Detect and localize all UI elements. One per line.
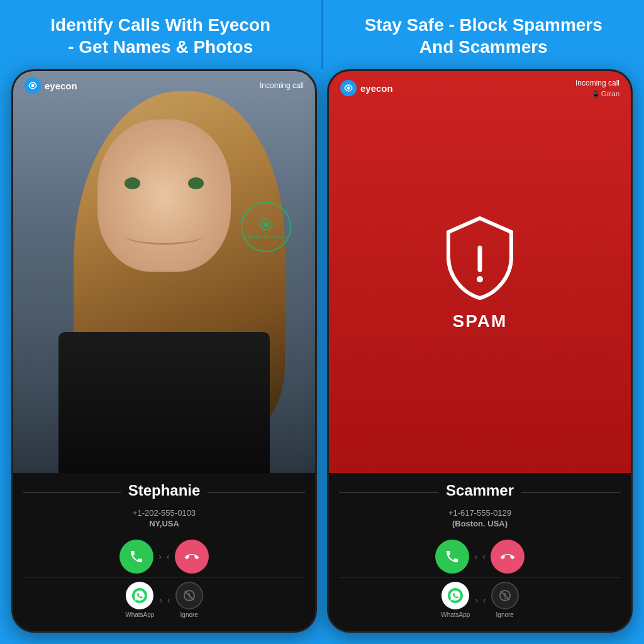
right-caller-name: Scammer [446,482,514,499]
svg-point-1 [264,222,269,227]
woman-body [58,332,270,473]
right-headline: Stay Safe - Block Spammers And Scammers [342,14,626,58]
main-content: eyecon Incoming call [0,69,644,644]
left-app-buttons: WhatsApp › ‹ Ignore [23,577,305,625]
left-arrow-right: › [158,552,162,562]
left-phone: eyecon Incoming call [11,69,317,633]
name-divider-row: Stephanie [23,482,305,503]
right-phone: eyecon Incoming call 📱 Golan [327,69,633,633]
right-phone-topbar: eyecon Incoming call 📱 Golan [329,71,631,104]
ignore-icon-left [175,582,203,609]
whatsapp-icon-right [441,582,469,609]
left-phone-info: Stephanie +1-202-555-0103 NY,USA › ‹ [13,473,315,631]
right-incoming-label: Incoming call 📱 Golan [575,77,619,99]
left-ignore-btn[interactable]: Ignore [175,582,203,618]
eyecon-logo-right [340,80,357,96]
right-phone-info: Scammer +1-617-555-0129 (Boston. USA) › … [329,473,631,631]
right-spam-area: SPAM [329,71,631,473]
svg-point-6 [477,276,483,282]
right-name-divider-row: Scammer [339,482,621,503]
right-ignore-btn[interactable]: Ignore [491,582,519,618]
left-accept-button[interactable] [119,540,153,574]
ignore-icon-right [491,582,519,609]
right-caller-location: (Boston. USA) [339,519,621,528]
right-call-buttons: › ‹ [339,535,621,577]
left-caller-number: +1-202-555-0103 [23,508,305,518]
woman-face [97,119,230,272]
spam-shield: SPAM [442,213,518,331]
left-whatsapp-btn[interactable]: WhatsApp [125,582,154,618]
left-phone-topbar: eyecon Incoming call [13,71,315,99]
right-whatsapp-label: WhatsApp [441,611,470,618]
right-ignore-label: Ignore [496,611,514,618]
right-divider-right [521,492,621,493]
right-decline-button[interactable] [491,540,525,574]
left-decline-button[interactable] [175,540,209,574]
left-app-arrow-right: › [159,595,162,605]
svg-point-4 [347,87,350,90]
shield-warning-icon [442,213,518,301]
left-caller-name: Stephanie [128,482,201,499]
eyecon-watermark: IDENTIFY BY EYECON [241,202,291,252]
left-whatsapp-label: WhatsApp [125,611,154,618]
svg-point-0 [31,84,35,87]
right-app-arrow-left: ‹ [483,595,486,605]
spam-text-label: SPAM [453,311,508,331]
left-caller-location: NY,USA [23,519,305,528]
carrier-label: 📱 Golan [575,89,619,99]
left-headline: Identify Calls With Eyecon - Get Names &… [19,14,303,58]
left-call-buttons: › ‹ [23,535,305,577]
header-left: Identify Calls With Eyecon - Get Names &… [0,0,321,69]
divider-left [23,492,121,493]
divider-right [208,492,305,493]
header-right: Stay Safe - Block Spammers And Scammers [323,0,645,69]
right-arrow-left: ‹ [482,552,486,562]
left-ignore-label: Ignore [180,611,198,618]
left-photo-area: IDENTIFY BY EYECON [13,71,315,473]
left-arrow-left: ‹ [167,552,170,562]
left-incoming-label: Incoming call [260,80,304,91]
left-brand: eyecon [25,77,77,94]
caller-photo: IDENTIFY BY EYECON [13,71,315,473]
eyecon-logo-left [25,77,41,94]
whatsapp-icon-left [126,582,153,609]
spam-background: SPAM [329,71,631,473]
right-app-arrow-right: › [475,595,478,605]
right-whatsapp-btn[interactable]: WhatsApp [441,582,470,618]
header: Identify Calls With Eyecon - Get Names &… [0,0,644,69]
right-divider-left [339,492,438,493]
right-brand: eyecon [340,80,393,96]
right-arrow-right: › [474,552,477,562]
right-app-buttons: WhatsApp › ‹ Ignore [339,577,621,625]
left-app-arrow-left: ‹ [167,595,170,605]
right-accept-button[interactable] [435,540,469,574]
right-caller-number: +1-617-555-0129 [339,508,621,518]
